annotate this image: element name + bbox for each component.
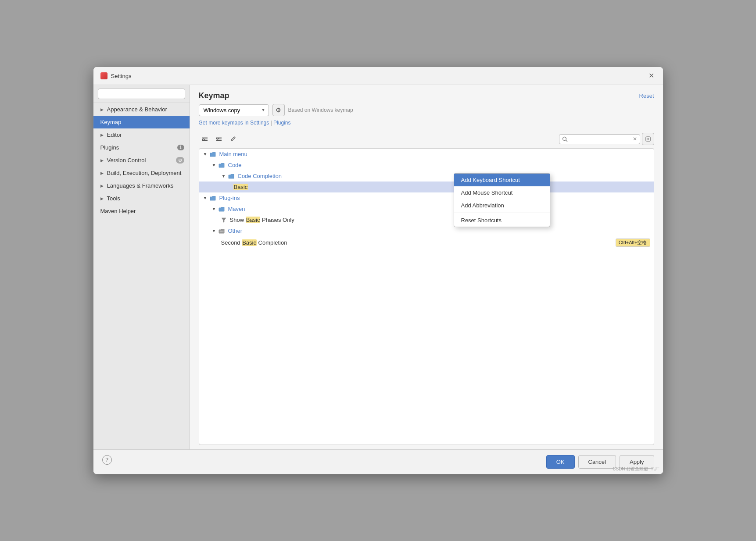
- shortcut-badge: Ctrl+Alt+空格: [616, 238, 650, 247]
- sidebar-item-build[interactable]: ▶ Build, Execution, Deployment: [93, 167, 190, 179]
- highlight-basic: Basic: [233, 184, 248, 190]
- sidebar-search-input[interactable]: [98, 89, 185, 99]
- keymap-select[interactable]: Windows copy: [199, 104, 269, 116]
- folder-icon: [210, 196, 216, 201]
- tree-item-main-menu[interactable]: ▼ Main menu: [199, 149, 654, 160]
- sidebar-item-languages[interactable]: ▶ Languages & Frameworks: [93, 179, 190, 192]
- chevron-icon: ▶: [100, 184, 104, 188]
- tree-item-second-basic-completion[interactable]: Second Basic Completion Ctrl+Alt+空格: [199, 236, 654, 249]
- app-icon: [100, 72, 107, 79]
- sidebar-item-tools[interactable]: ▶ Tools: [93, 192, 190, 205]
- folder-icon: [219, 206, 225, 212]
- plugins-link[interactable]: Plugins: [273, 120, 290, 126]
- svg-point-6: [563, 137, 566, 140]
- based-on-text: Based on Windows keymap: [288, 107, 353, 113]
- context-menu-add-keyboard[interactable]: Add Keyboard Shortcut: [454, 174, 550, 186]
- svg-line-7: [566, 140, 567, 142]
- chevron-icon: ▶: [100, 196, 104, 201]
- tree-label: Basic: [233, 184, 248, 190]
- sidebar-item-label: Version Control: [107, 157, 146, 164]
- chevron-icon: ▶: [100, 107, 104, 112]
- dialog-title: Settings: [111, 73, 643, 79]
- context-menu-reset-shortcuts[interactable]: Reset Shortcuts: [454, 214, 550, 227]
- context-menu-label: Add Abbreviation: [461, 202, 504, 209]
- folder-icon: [219, 163, 225, 168]
- sidebar-item-keymap[interactable]: Keymap: [93, 116, 190, 128]
- folder-icon: [210, 152, 216, 157]
- tree-label: Maven: [228, 206, 245, 212]
- context-menu-add-mouse[interactable]: Add Mouse Shortcut: [454, 186, 550, 199]
- tree-item-code-completion[interactable]: ▼ Code Completion: [199, 171, 654, 182]
- expand-selected-icon: [215, 135, 222, 142]
- sidebar-item-label: Appearance & Behavior: [107, 106, 167, 113]
- edit-button[interactable]: [227, 133, 239, 145]
- sidebar-item-appearance[interactable]: ▶ Appearance & Behavior: [93, 103, 190, 116]
- search-clear-button[interactable]: ✕: [633, 136, 637, 142]
- svg-point-12: [222, 231, 223, 232]
- tree-arrow-icon: ▼: [203, 196, 208, 200]
- context-menu-add-abbreviation[interactable]: Add Abbreviation: [454, 199, 550, 212]
- folder-icon: [228, 174, 234, 179]
- tree-label: Second Basic Completion: [221, 239, 614, 246]
- sidebar-item-plugins[interactable]: Plugins 1: [93, 141, 190, 154]
- svg-point-11: [219, 231, 221, 232]
- keymap-select-wrapper: Windows copy: [199, 104, 269, 116]
- plugins-badge: 1: [177, 145, 184, 150]
- reset-link[interactable]: Reset: [639, 93, 654, 99]
- chevron-icon: ▶: [100, 158, 104, 163]
- svg-rect-0: [202, 137, 208, 138]
- tree-item-code[interactable]: ▼ Code: [199, 160, 654, 171]
- tree-arrow-icon: ▼: [203, 152, 208, 157]
- expand-selected-button[interactable]: [213, 133, 225, 145]
- context-menu-label: Add Keyboard Shortcut: [461, 177, 520, 183]
- title-bar: Settings ✕: [93, 67, 663, 85]
- tree-arrow-icon: ▼: [211, 163, 217, 167]
- close-button[interactable]: ✕: [647, 71, 656, 80]
- context-menu-label: Reset Shortcuts: [461, 217, 502, 224]
- collapse-all-button[interactable]: [199, 133, 211, 145]
- tree-label: Code: [228, 162, 242, 168]
- main-header: Keymap Reset: [190, 85, 663, 104]
- edit-icon: [229, 135, 236, 142]
- ok-button[interactable]: OK: [546, 455, 575, 469]
- svg-rect-3: [216, 137, 222, 138]
- tree-item-other[interactable]: ▼ Other: [199, 225, 654, 236]
- find-usage-icon: [645, 136, 651, 142]
- help-button[interactable]: ?: [102, 455, 112, 465]
- tree-label: Code Completion: [238, 173, 282, 179]
- tree-label: Plug-ins: [219, 195, 240, 201]
- cancel-button[interactable]: Cancel: [578, 455, 616, 469]
- tree-label: Other: [228, 228, 243, 234]
- sidebar-item-label: Maven Helper: [100, 208, 136, 214]
- svg-rect-5: [216, 140, 222, 141]
- tree-arrow-icon: ▼: [211, 206, 217, 211]
- tree-label: Main menu: [219, 151, 247, 157]
- tree-item-maven[interactable]: ▼ Maven: [199, 203, 654, 214]
- gear-button[interactable]: ⚙: [272, 104, 285, 116]
- tree-item-plug-ins[interactable]: ▼ Plug-ins: [199, 192, 654, 203]
- vc-badge: ⊘: [176, 157, 184, 164]
- highlight-basic: Basic: [242, 239, 257, 246]
- tree-arrow-icon: ▼: [221, 174, 226, 178]
- tree-item-basic[interactable]: Basic: [199, 182, 654, 192]
- get-more-link: Get more keymaps in Settings | Plugins: [190, 120, 663, 130]
- chevron-icon: ▶: [100, 171, 104, 175]
- sidebar-item-label: Tools: [107, 195, 120, 202]
- sidebar-item-editor[interactable]: ▶ Editor: [93, 128, 190, 141]
- find-usage-button[interactable]: [642, 133, 654, 145]
- chevron-icon: ▶: [100, 133, 104, 137]
- sidebar-search-wrapper: [93, 85, 190, 103]
- sidebar-item-version-control[interactable]: ▶ Version Control ⊘: [93, 154, 190, 167]
- svg-marker-9: [222, 218, 226, 222]
- folder-icon: [219, 228, 225, 234]
- context-menu-label: Add Mouse Shortcut: [461, 189, 513, 196]
- search-input[interactable]: basic: [570, 136, 631, 142]
- settings-dialog: Settings ✕ ▶ Appearance & Behavior Keyma…: [93, 67, 663, 474]
- get-more-settings-link[interactable]: Get more keymaps in Settings: [199, 120, 269, 126]
- tree-item-show-basic-phases[interactable]: Show Basic Phases Only: [199, 214, 654, 225]
- svg-rect-2: [202, 140, 208, 141]
- sidebar-item-maven-helper[interactable]: Maven Helper: [93, 205, 190, 217]
- page-title: Keymap: [199, 91, 229, 100]
- sidebar: ▶ Appearance & Behavior Keymap ▶ Editor …: [93, 85, 190, 449]
- tree-arrow-icon: ▼: [211, 228, 217, 233]
